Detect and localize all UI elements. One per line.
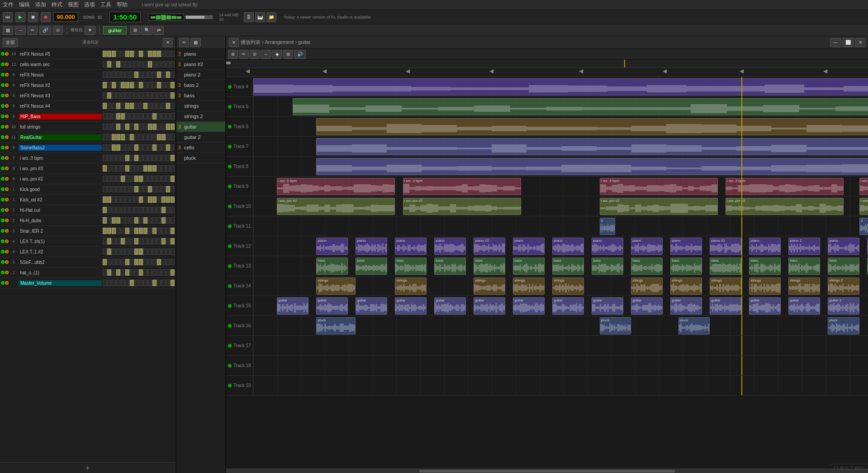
clip-strings[interactable]: strings [316, 277, 356, 295]
zoom-btn[interactable]: 🔍 [141, 26, 153, 35]
clip-strings[interactable]: strings [788, 277, 820, 295]
clip-guitar[interactable]: guitar [513, 297, 545, 315]
clip-piano[interactable]: piano [828, 238, 859, 255]
arr-close-btn[interactable]: ✕ [229, 38, 239, 47]
instrument-row[interactable]: 3cello [176, 143, 225, 153]
snap-btn[interactable]: ▼ [85, 26, 95, 35]
prev-button[interactable]: ⏮ [3, 12, 13, 22]
instrument-row[interactable]: piano 2 [176, 70, 225, 80]
arr-tool-select[interactable]: ⊕ [228, 50, 238, 59]
clip-guitar[interactable]: guitar [749, 297, 781, 315]
instrument-row[interactable]: 3bass 2 [176, 80, 225, 91]
channel-name[interactable]: full strings [19, 124, 102, 129]
clip-bass[interactable]: bass [631, 258, 663, 275]
clip-guitar[interactable] [316, 138, 868, 155]
clip-bass[interactable]: bass [513, 258, 545, 275]
step-seq-btn[interactable]: ▦ [3, 26, 13, 35]
channel-name[interactable]: Snar..IER 2 [19, 229, 102, 234]
clip-bass[interactable]: bass [749, 258, 781, 275]
clip-audio[interactable]: i wo..3 bpm [277, 178, 395, 195]
channel-name[interactable]: StoneBass2 [19, 145, 102, 151]
clip-audio[interactable]: i wo..3 bpm [859, 178, 868, 195]
clip-pluck[interactable]: 3 [859, 218, 868, 235]
inst-tool1[interactable]: ✏ [179, 38, 189, 47]
channel-row[interactable]: 8i wo..pm #2 [0, 174, 175, 184]
channel-name[interactable]: SSoF...ubb2 [19, 260, 102, 265]
clip-pluck[interactable]: pluck [828, 317, 859, 334]
track-content[interactable]: i wo..3 bpmi wo..3 bpmi wo..3 bpmi wo..3… [253, 177, 868, 196]
clip-guitar[interactable]: guitar [592, 297, 623, 315]
channel-row[interactable]: 3Snar..IER 2 [0, 226, 175, 236]
clip-audio2[interactable]: i wo..pm #2 [277, 198, 395, 215]
clip-piano[interactable]: piano [552, 238, 584, 255]
channel-row[interactable]: 6reFX Nexus #2 [0, 80, 175, 91]
clip-bass[interactable]: bass [474, 258, 505, 275]
clip-pluck[interactable]: pluck [678, 317, 710, 334]
piano-roll-btn[interactable]: 🎹 [255, 12, 265, 22]
clip-piano[interactable]: piano [592, 238, 623, 255]
clip-bass[interactable]: bass [670, 258, 702, 275]
channel-name[interactable]: i wo..3 bpm [19, 156, 102, 161]
clip-guitar[interactable]: guitar [710, 297, 741, 315]
clip-guitar[interactable]: guitar [434, 297, 466, 315]
channel-name[interactable]: Kick_od #2 [19, 197, 102, 202]
clip-strings[interactable]: strings [710, 277, 741, 295]
close-rack-btn[interactable]: ✕ [163, 38, 173, 47]
channel-row[interactable]: 5SSoF...ubb2 [0, 257, 175, 268]
channel-name[interactable]: LEX T..1 #2 [19, 249, 102, 254]
clip-bass[interactable]: bass [552, 258, 584, 275]
track-content[interactable] [253, 157, 868, 176]
pencil-btn[interactable]: ✏ [28, 26, 38, 35]
inst-tool2[interactable]: ▦ [190, 38, 201, 47]
track-content[interactable]: pluckpluckpluckpluck333 [253, 316, 868, 335]
channel-row[interactable]: 4LEX T..1 #2 [0, 247, 175, 257]
arrow-btn[interactable]: → [15, 26, 26, 35]
instrument-row[interactable]: strings 2 [176, 111, 225, 122]
channel-row[interactable]: 2Hi-Hat cut [0, 205, 175, 215]
link-btn[interactable]: 🔗 [39, 26, 51, 35]
clip-strings[interactable]: strings [395, 277, 427, 295]
channel-name[interactable]: reFX Nexus #3 [19, 93, 102, 98]
clip-audio2[interactable]: i wo..pm #2 [726, 198, 844, 215]
clip-bass[interactable]: bass [710, 258, 741, 275]
channel-row[interactable]: 2Hi-H_dubs [0, 215, 175, 226]
clip-piano[interactable]: piano [631, 238, 663, 255]
clip-audio2[interactable]: i wont give_ella 83 bpm #3 [859, 198, 868, 215]
channel-name[interactable]: Hi-H_dubs [19, 218, 102, 223]
clip-piano[interactable]: piano 2 [788, 238, 820, 255]
channel-row[interactable]: 1Kick good [0, 184, 175, 195]
channel-row[interactable]: 11RealGuitar [0, 132, 175, 143]
clip-piano[interactable]: piano [356, 238, 387, 255]
menu-add[interactable]: 添加 [35, 1, 46, 9]
instrument-row[interactable]: 3piano #2 [176, 59, 225, 70]
clip-bass[interactable] [293, 98, 868, 115]
arr-collapse-btn[interactable]: — [830, 38, 841, 47]
menu-edit[interactable]: 编辑 [19, 1, 30, 9]
clip-strings[interactable]: strings [631, 277, 663, 295]
menu-style[interactable]: 样式 [52, 1, 62, 9]
track-content[interactable]: bassbassbassbassbassbassbassbassbassbass… [253, 256, 868, 276]
clip-bass[interactable]: bass [592, 258, 623, 275]
clip-guitar[interactable]: guitar [395, 297, 427, 315]
track-content[interactable] [253, 117, 868, 136]
clip-guitar[interactable]: guitar [356, 297, 387, 315]
clip-guitar[interactable]: guitar 2 [828, 297, 859, 315]
clip-piano[interactable]: piano [513, 238, 545, 255]
track-content[interactable]: i wo..pm #2i wo..pm #2i wo..pm #2i wo..p… [253, 196, 868, 216]
arr-tool-pencil[interactable]: ✏ [239, 50, 249, 59]
menu-tools[interactable]: 工具 [100, 1, 111, 9]
channel-row[interactable]: 6reFX Nexus #4 [0, 101, 175, 111]
clip-strings[interactable]: strings [513, 277, 545, 295]
channel-name[interactable]: hat_o..(1) [19, 270, 102, 275]
channel-name[interactable]: reFX Nexus #2 [19, 83, 102, 88]
clip-audio[interactable]: i wo..3 bpm [600, 178, 718, 195]
clip-strings[interactable]: strings [670, 277, 702, 295]
arr-tool-vol[interactable]: 🔊 [294, 50, 306, 59]
clip-strings[interactable]: strings 2 [828, 277, 859, 295]
clip-strings[interactable]: strings [474, 277, 505, 295]
add-channel-bar[interactable]: + [0, 462, 175, 473]
clip-bass[interactable]: bass [316, 258, 348, 275]
clip-piano[interactable]: piano [395, 238, 427, 255]
clip-piano[interactable]: piano [316, 238, 348, 255]
channel-row[interactable]: 2hat_o..(1) [0, 268, 175, 278]
